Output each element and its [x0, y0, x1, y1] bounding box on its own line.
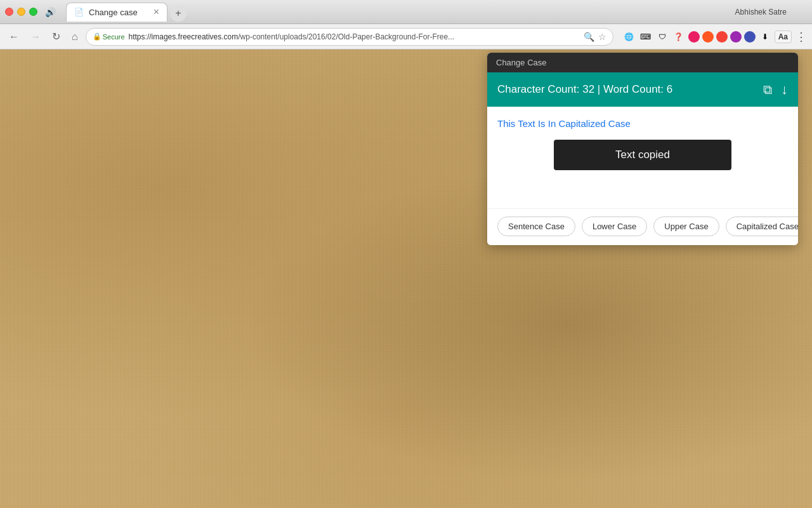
minimize-traffic-light[interactable]: [17, 8, 25, 16]
popup-stats-bar: Character Count: 32 | Word Count: 6 ⧉ ↓: [487, 72, 798, 107]
sentence-case-button[interactable]: Sentence Case: [497, 217, 575, 236]
tab-title: Change case: [89, 8, 148, 17]
ext-color1-icon[interactable]: [688, 31, 700, 43]
ext-shield-icon[interactable]: 🛡: [655, 30, 669, 44]
close-traffic-light[interactable]: [5, 8, 13, 16]
change-case-popup: Change Case Character Count: 32 | Word C…: [487, 53, 798, 245]
ext-color3-icon[interactable]: [716, 31, 728, 43]
popup-action-icons: ⧉ ↓: [763, 81, 788, 98]
profile-name: Abhishek Satre: [735, 8, 787, 17]
ext-color5-icon[interactable]: [744, 31, 756, 43]
ext-globe-icon[interactable]: 🌐: [622, 30, 636, 44]
download-button[interactable]: ↓: [781, 81, 788, 98]
tab-bar: 📄 Change case × +: [66, 3, 807, 22]
speaker-icon: 🔊: [45, 7, 56, 17]
forward-button[interactable]: →: [27, 29, 44, 45]
font-size-button[interactable]: Aa: [775, 30, 792, 43]
tab-close-icon[interactable]: ×: [154, 6, 159, 18]
title-bar: 🔊 📄 Change case × + Abhishek Satre: [0, 0, 812, 24]
popup-header: Change Case: [487, 53, 798, 72]
upper-case-button[interactable]: Upper Case: [653, 217, 719, 236]
home-button[interactable]: ⌂: [68, 29, 82, 45]
url-bar[interactable]: 🔒 Secure https://images.freecreatives.co…: [86, 28, 613, 46]
ext-color4-icon[interactable]: [730, 31, 742, 43]
ext-color2-icon[interactable]: [702, 31, 714, 43]
back-button[interactable]: ←: [5, 29, 23, 45]
converted-text: This Text Is In Capitalized Case: [497, 117, 788, 131]
refresh-button[interactable]: ↻: [48, 28, 64, 45]
browser-frame: 🔊 📄 Change case × + Abhishek Satre ← → ↻…: [0, 0, 812, 508]
secure-badge: 🔒 Secure: [93, 32, 125, 41]
popup-footer: Sentence Case Lower Case Upper Case Capi…: [487, 208, 798, 245]
stats-text: Character Count: 32 | Word Count: 6: [497, 83, 672, 96]
tab-favicon-icon: 📄: [74, 8, 84, 17]
maximize-traffic-light[interactable]: [29, 8, 37, 16]
bookmark-icon[interactable]: ☆: [598, 32, 606, 42]
extensions-area: 🌐 ⌨ 🛡 ❓ ⬇ Aa: [622, 30, 792, 44]
active-tab[interactable]: 📄 Change case ×: [66, 3, 167, 22]
copy-button[interactable]: ⧉: [763, 81, 772, 98]
address-bar: ← → ↻ ⌂ 🔒 Secure https://images.freecrea…: [0, 24, 812, 50]
url-text: https://images.freecreatives.com/wp-cont…: [129, 32, 580, 41]
search-icon[interactable]: 🔍: [584, 32, 594, 42]
copy-icon: ⧉: [763, 83, 772, 97]
browser-menu-button[interactable]: ⋮: [796, 30, 807, 44]
traffic-lights: [5, 8, 37, 16]
popup-content: This Text Is In Capitalized Case Text co…: [487, 107, 798, 208]
ext-puzzle-icon[interactable]: ❓: [672, 30, 686, 44]
capitalized-case-button[interactable]: Capitalized Case: [726, 217, 798, 236]
text-copied-toast: Text copied: [554, 140, 731, 170]
ext-keyboard-icon[interactable]: ⌨: [639, 30, 653, 44]
lower-case-button[interactable]: Lower Case: [582, 217, 647, 236]
ext-download-icon[interactable]: ⬇: [758, 30, 772, 44]
new-tab-button[interactable]: +: [170, 5, 187, 22]
download-icon: ↓: [781, 81, 788, 97]
page-background: Change Case Character Count: 32 | Word C…: [0, 50, 812, 508]
